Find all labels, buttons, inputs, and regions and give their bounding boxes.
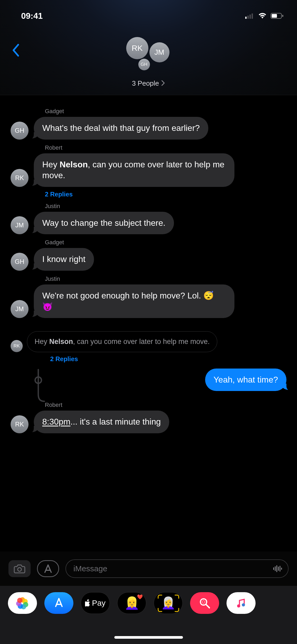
home-indicator[interactable]: [114, 636, 183, 639]
svg-point-30: [242, 603, 245, 606]
replies-link[interactable]: 2 Replies: [50, 355, 286, 363]
drawer-item-music[interactable]: [227, 592, 256, 614]
photos-icon: [16, 597, 29, 609]
svg-rect-13: [280, 566, 280, 572]
drawer-item-appstore[interactable]: [44, 592, 73, 614]
svg-point-29: [237, 604, 240, 608]
detected-time-link[interactable]: 8:30pm: [42, 417, 70, 426]
conversation-title: 3 People: [132, 79, 159, 88]
sender-label: Robert: [45, 144, 297, 151]
message-text: ... it's a last minute thing: [70, 417, 161, 426]
svg-point-24: [202, 601, 205, 603]
sender-label: Gadget: [45, 108, 297, 115]
status-bar: 09:41: [0, 0, 297, 26]
header-avatar-cluster[interactable]: RK JM GH: [116, 34, 182, 71]
message-text: , can you come over later to help me mov…: [73, 338, 210, 346]
waveform-icon: [273, 565, 283, 573]
camera-icon: [14, 564, 25, 573]
hearts-icon: ❤️: [137, 594, 143, 600]
svg-point-8: [18, 568, 21, 571]
header-avatar-jm: JM: [149, 42, 169, 62]
cell-signal-icon: [245, 13, 254, 19]
svg-point-21: [17, 598, 22, 603]
message-text: Hey: [35, 338, 49, 346]
svg-rect-2: [249, 15, 251, 19]
battery-icon: [271, 13, 284, 19]
avatar: RK: [11, 415, 29, 433]
message-row[interactable]: GH I know right: [0, 248, 297, 271]
app-drawer-button[interactable]: [37, 560, 59, 577]
avatar: RK: [11, 340, 23, 352]
message-text: Hey: [42, 160, 60, 169]
message-row[interactable]: RK 8:30pm... it's a last minute thing: [0, 411, 297, 433]
avatar: JM: [11, 216, 29, 234]
message-bubble[interactable]: Hey Nelson, can you come over later to h…: [34, 153, 234, 187]
chevron-left-icon: [12, 44, 20, 57]
svg-rect-5: [272, 14, 277, 18]
avatar: GH: [11, 122, 29, 140]
sender-label: Justin: [45, 275, 297, 282]
mention: Nelson: [60, 160, 88, 169]
wifi-icon: [258, 13, 267, 19]
compose-bar: iMessage: [0, 551, 297, 586]
message-row[interactable]: GH What's the deal with that guy from ea…: [0, 117, 297, 140]
svg-rect-14: [281, 568, 282, 570]
message-bubble-outgoing[interactable]: Yeah, what time?: [205, 369, 286, 391]
quoted-bubble[interactable]: Hey Nelson, can you come over later to h…: [27, 331, 217, 352]
status-icons: [245, 13, 284, 19]
svg-rect-3: [252, 13, 253, 19]
appstore-a-icon: [43, 563, 53, 574]
replies-link[interactable]: 2 Replies: [45, 191, 297, 198]
input-placeholder: iMessage: [73, 564, 107, 573]
thread-connector-icon: [32, 370, 42, 404]
apple-logo-icon: [85, 600, 91, 606]
avatar: JM: [11, 300, 29, 318]
music-icon: [236, 598, 246, 608]
sender-label: Gadget: [45, 239, 297, 246]
svg-rect-1: [247, 16, 249, 19]
drawer-item-applepay[interactable]: Pay: [81, 592, 110, 614]
pay-label: Pay: [92, 599, 106, 608]
mention: Nelson: [49, 338, 73, 346]
drawer-item-memoji[interactable]: 👱‍♀️ ❤️: [117, 592, 146, 614]
message-row[interactable]: RK Hey Nelson, can you come over later t…: [0, 153, 297, 187]
sender-label: Robert: [45, 402, 297, 408]
svg-rect-11: [276, 565, 277, 572]
conversation-title-button[interactable]: 3 People: [132, 79, 165, 88]
appstore-icon: [53, 597, 65, 609]
conversation-header: 09:41 RK JM GH 3 People: [0, 0, 297, 95]
svg-rect-0: [245, 17, 247, 19]
header-avatar-rk: RK: [126, 37, 148, 59]
quoted-thread[interactable]: RK Hey Nelson, can you come over later t…: [11, 331, 286, 362]
sender-label: Justin: [45, 203, 297, 210]
svg-rect-9: [273, 567, 274, 570]
message-bubble[interactable]: I know right: [34, 248, 94, 271]
svg-line-23: [206, 605, 209, 608]
drawer-item-photos[interactable]: [8, 592, 37, 614]
drawer-item-animoji[interactable]: 👩‍🦳: [154, 592, 183, 614]
back-button[interactable]: [8, 42, 24, 58]
focus-frame-icon: [157, 594, 180, 613]
dictation-button[interactable]: [271, 562, 284, 575]
avatar: RK: [11, 169, 29, 187]
drawer-item-images[interactable]: [190, 592, 219, 614]
svg-rect-6: [282, 15, 283, 17]
app-drawer[interactable]: Pay 👱‍♀️ ❤️ 👩‍🦳: [0, 586, 297, 644]
status-time: 09:41: [21, 11, 43, 21]
avatar: GH: [11, 253, 29, 271]
message-bubble[interactable]: 8:30pm... it's a last minute thing: [34, 411, 169, 433]
message-input[interactable]: iMessage: [65, 559, 289, 578]
message-list[interactable]: Gadget GH What's the deal with that guy …: [0, 95, 297, 551]
svg-rect-10: [275, 566, 276, 571]
camera-button[interactable]: [8, 560, 31, 577]
message-row[interactable]: JM We're not good enough to help move? L…: [0, 284, 297, 318]
image-search-icon: [198, 597, 211, 609]
message-row[interactable]: JM Way to change the subject there.: [0, 212, 297, 234]
svg-rect-12: [278, 567, 279, 571]
message-bubble[interactable]: We're not good enough to help move? Lol.…: [34, 284, 234, 318]
chevron-right-icon: [161, 80, 165, 87]
message-bubble[interactable]: Way to change the subject there.: [34, 212, 174, 234]
header-avatar-gh: GH: [138, 59, 150, 70]
message-bubble[interactable]: What's the deal with that guy from earli…: [34, 117, 208, 140]
